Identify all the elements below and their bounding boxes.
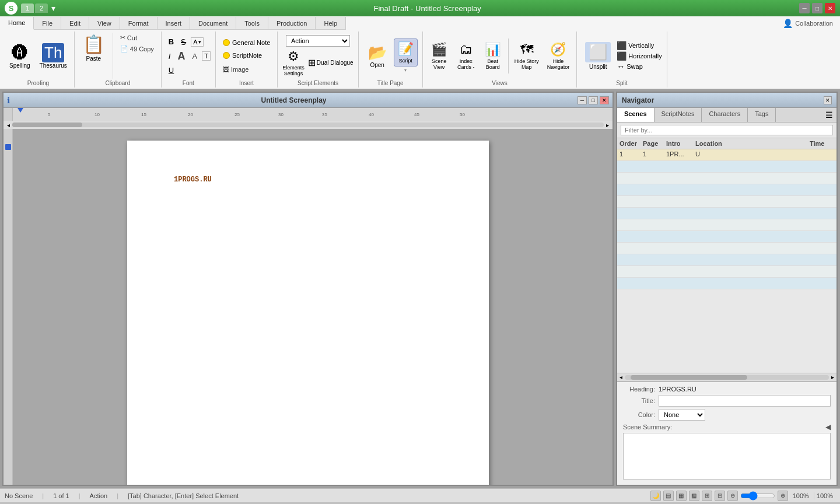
- doc-close-button[interactable]: ✕: [600, 96, 609, 104]
- filter-input[interactable]: [621, 125, 833, 135]
- col-intro: Intro: [664, 140, 693, 147]
- horizontal-scrollbar[interactable]: ◂ ▸: [4, 121, 612, 129]
- status-view-icon-3[interactable]: ▩: [689, 491, 699, 501]
- scene-view-button[interactable]: 🎬 SceneView: [428, 40, 451, 72]
- format-dropdown[interactable]: Action: [286, 35, 350, 47]
- script-dropdown-button[interactable]: ▾: [404, 68, 407, 73]
- ribbon-tab-format[interactable]: Format: [120, 17, 158, 29]
- title-tab-2[interactable]: 2: [35, 4, 48, 13]
- italic-button[interactable]: I: [166, 51, 173, 61]
- beat-board-button[interactable]: 📊 BeatBoard: [481, 40, 505, 72]
- copy-button[interactable]: 📄 49 Copy: [118, 44, 156, 54]
- image-button[interactable]: 🖼 Image: [220, 65, 251, 74]
- spelling-button[interactable]: 🅐 Spelling: [7, 42, 33, 70]
- nav-scroll-right-button[interactable]: ▸: [829, 373, 836, 382]
- scene-row-1[interactable]: 1 1 1PR... U: [617, 149, 836, 161]
- title-tab-1[interactable]: 1: [21, 4, 34, 13]
- navigator-list-view-button[interactable]: ☰: [822, 108, 836, 122]
- strikethrough-button[interactable]: S̶: [178, 37, 188, 47]
- cut-button[interactable]: ✂ Cut: [118, 33, 156, 43]
- zoom-slider[interactable]: [740, 491, 775, 501]
- ruler-mark-15: 15: [141, 112, 146, 117]
- scene-summary-expand-button[interactable]: ◀: [825, 423, 831, 431]
- status-zoom-in-icon[interactable]: ⊕: [778, 491, 788, 501]
- swap-button[interactable]: ↔ Swap: [617, 62, 662, 71]
- status-view-icon-1[interactable]: ▤: [663, 491, 674, 501]
- doc-minimize-button[interactable]: ─: [578, 96, 587, 104]
- scroll-left-button[interactable]: ◂: [5, 122, 12, 128]
- scene-row-empty-7: [617, 219, 836, 231]
- screenplay-page[interactable]: 1PROGS.RU: [127, 141, 489, 485]
- split-vertically-button[interactable]: ⬛ Vertically: [617, 41, 662, 50]
- script-note-button[interactable]: ScriptNote: [220, 51, 264, 60]
- scroll-thumb[interactable]: [12, 123, 82, 127]
- nav-tab-scenes[interactable]: Scenes: [617, 108, 654, 122]
- font-row-2: I A A T: [166, 50, 211, 63]
- status-moon-icon[interactable]: 🌙: [650, 491, 661, 501]
- text-style-button[interactable]: T: [202, 51, 211, 61]
- status-view-icon-4[interactable]: ⊞: [702, 491, 712, 501]
- window-close-button[interactable]: ✕: [825, 3, 835, 13]
- ribbon-tab-file[interactable]: File: [34, 17, 61, 29]
- thesaurus-icon: Th: [42, 43, 64, 62]
- ribbon-tab-production[interactable]: Production: [268, 17, 316, 29]
- ribbon-tab-insert[interactable]: Insert: [158, 17, 191, 29]
- doc-maximize-button[interactable]: □: [589, 96, 598, 104]
- font-size-small-button[interactable]: A: [190, 51, 200, 61]
- general-note-button[interactable]: General Note: [220, 38, 272, 47]
- title-input[interactable]: [659, 395, 831, 407]
- window-minimize-button[interactable]: ─: [799, 3, 810, 13]
- ribbon-tab-edit[interactable]: Edit: [61, 17, 89, 29]
- hide-navigator-button[interactable]: 🧭 HideNavigator: [545, 40, 572, 72]
- views-content: 🎬 SceneView 🗂 IndexCards - 📊 BeatBoard 🗺…: [428, 33, 572, 79]
- index-cards-button[interactable]: 🗂 IndexCards -: [454, 40, 478, 72]
- nav-scroll-left-button[interactable]: ◂: [617, 373, 625, 382]
- nav-tab-tags[interactable]: Tags: [748, 108, 776, 122]
- color-picker-button[interactable]: A ▾: [191, 37, 203, 47]
- status-view-icon-2[interactable]: ▦: [676, 491, 687, 501]
- ribbon-tab-document[interactable]: Document: [190, 17, 236, 29]
- index-cards-icon: 🗂: [460, 42, 473, 57]
- color-picker-icon: A: [193, 38, 197, 46]
- navigator-close-button[interactable]: ✕: [824, 96, 832, 104]
- hide-story-map-button[interactable]: 🗺 Hide StoryMap: [512, 40, 541, 72]
- font-row-3: U: [166, 65, 176, 75]
- ruler-mark-30: 30: [278, 112, 284, 117]
- ribbon-group-split: ⬜ Unsplit ⬛ Vertically ⬛ Horizontally ↔ …: [577, 32, 667, 88]
- split-horizontally-button[interactable]: ⬛ Horizontally: [617, 51, 662, 61]
- thesaurus-button[interactable]: Th Thesaurus: [37, 42, 69, 70]
- dual-dialogue-button[interactable]: ⊞ Dual Dialogue: [308, 57, 354, 68]
- dual-dialogue-icon: ⊞: [308, 57, 316, 68]
- scene-view-icon: 🎬: [431, 42, 447, 57]
- scene-summary-textarea[interactable]: [623, 433, 831, 480]
- ribbon-tab-tools[interactable]: Tools: [236, 17, 268, 29]
- color-select[interactable]: None Red Green Blue Yellow: [659, 409, 705, 421]
- nav-tab-characters[interactable]: Characters: [702, 108, 748, 122]
- collaboration-button[interactable]: 👤 Collaboration: [776, 16, 840, 30]
- ribbon-tab-home[interactable]: Home: [0, 17, 34, 30]
- script-elements-label: Script Elements: [298, 79, 338, 86]
- scene-row-empty-12: [617, 278, 836, 289]
- open-button[interactable]: 📂 Open: [363, 41, 391, 71]
- bold-button[interactable]: B: [166, 37, 176, 47]
- script-button[interactable]: 📝 Script: [394, 38, 418, 66]
- ribbon-tab-view[interactable]: View: [89, 17, 120, 29]
- paste-button[interactable]: 📋: [79, 33, 108, 55]
- ribbon-tab-help[interactable]: Help: [316, 17, 346, 29]
- nav-scroll-thumb[interactable]: [631, 375, 747, 380]
- elements-settings-button[interactable]: ⚙ ElementsSettings: [282, 49, 304, 77]
- status-view-icon-5[interactable]: ⊟: [715, 491, 725, 501]
- font-size-large-button[interactable]: A: [175, 50, 187, 63]
- unsplit-button[interactable]: ⬜ Unsplit: [582, 40, 614, 72]
- underline-button[interactable]: U: [166, 65, 176, 75]
- doc-info-icon[interactable]: ℹ: [7, 96, 10, 105]
- window-maximize-button[interactable]: □: [812, 3, 822, 13]
- nav-tab-scriptnotes[interactable]: ScriptNotes: [654, 108, 702, 122]
- scroll-right-button[interactable]: ▸: [604, 122, 611, 128]
- split-label: Split: [616, 79, 627, 86]
- status-scene: No Scene: [5, 492, 33, 499]
- col-location: Location: [693, 140, 807, 147]
- title-bar-chevron[interactable]: ▾: [51, 4, 55, 13]
- nav-horizontal-scrollbar[interactable]: ◂ ▸: [617, 373, 836, 381]
- status-zoom-out-icon[interactable]: ⊖: [727, 491, 738, 501]
